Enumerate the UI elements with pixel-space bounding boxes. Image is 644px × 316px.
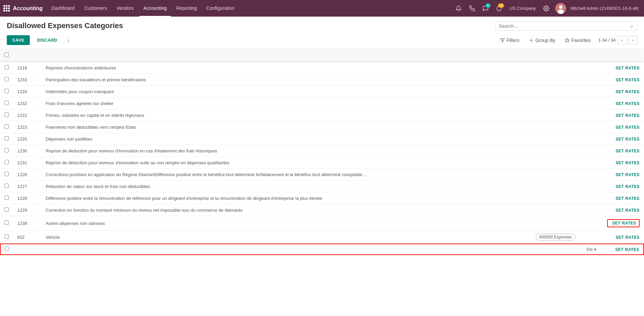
settings-icon-btn[interactable] xyxy=(540,3,552,14)
row-actions: SET RATES xyxy=(603,204,644,216)
row-checkbox[interactable] xyxy=(4,148,9,152)
row-checkbox[interactable] xyxy=(4,124,9,129)
row-actions: SET RATES xyxy=(603,145,644,157)
set-rates-button[interactable]: SET RATES xyxy=(607,113,640,118)
search-input[interactable] xyxy=(499,23,630,29)
row-code: 1228 xyxy=(13,192,42,204)
nav-reporting[interactable]: Reporting xyxy=(172,0,201,17)
row-checkbox[interactable] xyxy=(4,89,9,93)
user-name[interactable]: Mitchell Admin (21490321-16-0-all) xyxy=(568,6,641,11)
new-row-code-input[interactable] xyxy=(17,247,38,252)
row-actions: SET RATES xyxy=(603,109,644,121)
table-row: 1227 Réduction de valeur sur stock et fr… xyxy=(0,181,644,192)
action-bar-left: SAVE DISCARD ↓ xyxy=(7,35,72,45)
row-code: 1229 xyxy=(13,204,42,216)
action-bar: SAVE DISCARD ↓ Filters Group By Favorite… xyxy=(0,33,644,49)
row-name: Différence positive entre la rémunératio… xyxy=(42,192,532,204)
phone-icon-btn[interactable] xyxy=(466,3,478,14)
nav-icons-group: 6 50 US Company Mitchell Admin (21490321… xyxy=(453,3,641,14)
set-rates-button[interactable]: SET RATES xyxy=(607,78,640,82)
row-checkbox[interactable] xyxy=(4,220,9,225)
action-bar-right: Filters Group By Favorites 1-34 / 34 ‹ › xyxy=(498,36,637,45)
row-checkbox-cell xyxy=(0,145,13,157)
set-rates-button[interactable]: SET RATES xyxy=(607,161,640,165)
app-name: Accounting xyxy=(13,5,43,12)
set-rates-button[interactable]: SET RATES xyxy=(607,137,640,142)
new-row-checkbox[interactable] xyxy=(5,247,9,251)
set-rates-button[interactable]: SET RATES xyxy=(607,219,640,227)
set-rates-button[interactable]: SET RATES xyxy=(607,66,640,70)
row-actions: SET RATES xyxy=(603,181,644,192)
set-rates-button[interactable]: SET RATES xyxy=(607,172,640,177)
row-actions: SET RATES xyxy=(603,86,644,98)
row-checkbox[interactable] xyxy=(4,101,9,105)
table-container: 1218 Reprises d'exonérations antérieures… xyxy=(0,49,644,255)
activity-icon-btn[interactable] xyxy=(453,3,464,14)
row-tag xyxy=(532,169,603,181)
row-checkbox[interactable] xyxy=(4,172,9,176)
favorites-button[interactable]: Favorites xyxy=(563,36,593,44)
row-code: 1225 xyxy=(13,133,42,145)
save-button[interactable]: SAVE xyxy=(7,35,30,45)
row-checkbox[interactable] xyxy=(4,195,9,200)
row-tag xyxy=(532,133,603,145)
svg-point-2 xyxy=(559,5,562,9)
row-checkbox-cell xyxy=(0,98,13,109)
select-all-header[interactable] xyxy=(0,49,13,62)
set-rates-button[interactable]: SET RATES xyxy=(607,208,640,213)
row-checkbox[interactable] xyxy=(4,65,9,69)
nav-customers[interactable]: Customers xyxy=(80,0,111,17)
row-checkbox[interactable] xyxy=(4,77,9,81)
user-avatar[interactable] xyxy=(555,3,566,14)
download-button[interactable]: ↓ xyxy=(64,35,72,45)
group-by-button[interactable]: Group By xyxy=(527,36,557,44)
row-checkbox-cell xyxy=(0,121,13,133)
row-name: Reprises d'exonérations antérieures xyxy=(42,62,532,74)
row-checkbox-cell xyxy=(0,86,13,98)
lang-dropdown-icon[interactable]: ▾ xyxy=(594,247,596,252)
app-logo[interactable]: Accounting xyxy=(3,5,43,12)
filters-button[interactable]: Filters xyxy=(498,36,521,44)
row-checkbox[interactable] xyxy=(4,184,9,188)
set-rates-button[interactable]: SET RATES xyxy=(607,89,640,94)
row-actions: SET RATES xyxy=(603,192,644,204)
set-rates-button[interactable]: SET RATES xyxy=(607,235,640,240)
nav-configuration[interactable]: Configuration xyxy=(202,0,239,17)
set-rates-button[interactable]: SET RATES xyxy=(607,149,640,153)
pagination-prev[interactable]: ‹ xyxy=(618,36,626,45)
row-checkbox-cell xyxy=(0,231,13,244)
row-checkbox[interactable] xyxy=(4,160,9,164)
update-icon-btn[interactable]: 50 xyxy=(493,3,505,14)
nav-accounting[interactable]: Accounting xyxy=(139,0,171,17)
row-checkbox[interactable] xyxy=(4,234,9,239)
select-all-checkbox[interactable] xyxy=(4,52,9,57)
search-icon[interactable]: ⌕ xyxy=(630,23,634,29)
name-header xyxy=(42,49,532,62)
row-code: 1222 xyxy=(13,109,42,121)
row-code: 1218 xyxy=(13,62,42,74)
set-rates-button[interactable]: SET RATES xyxy=(607,196,640,201)
set-rates-button[interactable]: SET RATES xyxy=(607,125,640,130)
row-name: Correction en fonction du montant minimu… xyxy=(42,204,532,216)
discard-button[interactable]: DISCARD xyxy=(32,35,61,45)
row-code: 1220 xyxy=(13,86,42,98)
row-name: Autres dépenses non admises xyxy=(42,216,532,231)
row-checkbox[interactable] xyxy=(4,112,9,117)
row-tag xyxy=(532,204,603,216)
pagination-next[interactable]: › xyxy=(628,36,637,45)
nav-vendors[interactable]: Vendors xyxy=(112,0,138,17)
chat-icon-btn[interactable]: 6 xyxy=(480,3,491,14)
set-rates-button[interactable]: SET RATES xyxy=(607,101,640,106)
group-by-label: Group By xyxy=(535,38,555,43)
new-row-lang-cell: EN ▾ xyxy=(532,244,603,255)
new-row-name-input[interactable] xyxy=(46,247,528,252)
nav-dashboard[interactable]: Dashboard xyxy=(47,0,79,17)
row-name: Vehicle xyxy=(42,231,532,244)
new-row-code-cell xyxy=(13,244,42,255)
row-checkbox[interactable] xyxy=(4,207,9,212)
table-row: 1230 Reprise de déduction pour revenus d… xyxy=(0,145,644,157)
set-rates-button[interactable]: SET RATES xyxy=(607,184,640,189)
row-checkbox[interactable] xyxy=(4,136,9,141)
new-row-set-rates-button[interactable]: SET RATES xyxy=(607,247,639,252)
new-entry-row: EN ▾ SET RATES xyxy=(0,244,644,255)
